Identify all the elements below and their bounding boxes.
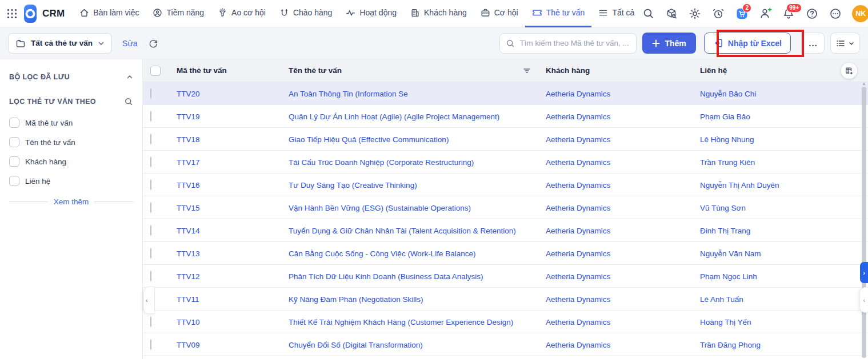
table-row[interactable]: TTV12Phân Tích Dữ Liệu Kinh Doanh (Busin… [143, 265, 868, 288]
row-code-link[interactable]: TTV17 [177, 158, 200, 167]
row-customer-link[interactable]: Aetheria Dynamics [546, 181, 610, 189]
row-code-link[interactable]: TTV13 [177, 249, 200, 258]
row-name-link[interactable]: Vận Hành Bền Vững (ESG) (Sustainable Ope… [289, 204, 471, 212]
row-customer-link[interactable]: Aetheria Dynamics [546, 204, 610, 212]
row-code-link[interactable]: TTV19 [177, 112, 200, 121]
tab-workspace[interactable]: Bàn làm việc [73, 0, 146, 27]
add-user-icon[interactable] [758, 7, 772, 21]
row-customer-link[interactable]: Aetheria Dynamics [546, 112, 610, 121]
refresh-icon[interactable] [148, 38, 158, 49]
row-contact-link[interactable]: Nguyễn Thị Anh Duyên [700, 181, 779, 189]
app-launcher-grid-icon[interactable] [7, 7, 17, 20]
toolbar-more-button[interactable]: ... [802, 33, 825, 54]
table-row[interactable]: TTV18Giao Tiếp Hiệu Quả (Effective Commu… [143, 128, 868, 151]
filter-checkbox-row[interactable]: Khách hàng [9, 152, 133, 171]
filter-checkbox-row[interactable]: Liên hệ [9, 171, 133, 191]
row-contact-link[interactable]: Trần Trung Kiên [700, 158, 755, 167]
tab-leads[interactable]: Tiềm năng [146, 0, 211, 27]
tab-sales-pitch[interactable]: Chào hàng [273, 0, 339, 27]
global-search-icon[interactable] [641, 7, 655, 21]
crm-logo[interactable] [24, 5, 37, 23]
row-name-link[interactable]: Quản Lý Dự Án Linh Hoạt (Agile) (Agile P… [289, 112, 499, 121]
row-checkbox[interactable] [150, 157, 151, 167]
row-customer-link[interactable]: Aetheria Dynamics [546, 318, 610, 326]
row-name-link[interactable]: Kỹ Năng Đàm Phán (Negotiation Skills) [289, 295, 423, 304]
row-checkbox[interactable] [150, 225, 151, 236]
row-contact-link[interactable]: Hoàng Thị Yến [700, 318, 751, 326]
row-contact-link[interactable]: Trần Đăng Phong [700, 341, 761, 349]
row-code-link[interactable]: TTV09 [177, 341, 200, 349]
row-name-link[interactable]: Chuyển Đổi Số (Digital Transformation) [289, 341, 423, 349]
tab-customers[interactable]: Khách hàng [403, 0, 474, 27]
add-button[interactable]: Thêm [642, 33, 695, 54]
saved-filters-section[interactable]: BỘ LỌC ĐÃ LƯU [0, 67, 142, 87]
table-row[interactable]: TTV14Tuyển Dụng & Giữ Chân Nhân Tài (Tal… [143, 219, 868, 242]
row-contact-link[interactable]: Vũ Tùng Sơn [700, 204, 746, 212]
row-code-link[interactable]: TTV15 [177, 204, 200, 212]
filter-checkbox[interactable] [9, 118, 19, 128]
row-code-link[interactable]: TTV10 [177, 318, 200, 326]
row-checkbox[interactable] [150, 180, 151, 190]
row-contact-link[interactable]: Nguyễn Văn Nam [700, 249, 761, 258]
tab-activities[interactable]: Hoạt động [339, 0, 403, 27]
row-name-link[interactable]: An Toàn Thông Tin (Information Se [289, 90, 408, 98]
select-all-checkbox[interactable] [150, 66, 161, 76]
row-checkbox[interactable] [150, 340, 151, 350]
filter-icon[interactable] [523, 67, 531, 75]
row-customer-link[interactable]: Aetheria Dynamics [546, 158, 610, 167]
row-customer-link[interactable]: Aetheria Dynamics [546, 249, 610, 258]
column-header-code[interactable]: Mã thẻ tư vấn [169, 66, 281, 75]
table-row[interactable]: TTV16Tư Duy Sáng Tạo (Creative Thinking)… [143, 174, 868, 196]
row-contact-link[interactable]: Phạm Ngọc Linh [700, 272, 757, 281]
more-options-icon[interactable] [829, 7, 842, 21]
row-name-link[interactable]: Giao Tiếp Hiệu Quả (Effective Communicat… [289, 135, 449, 144]
import-excel-button[interactable]: Nhập từ Excel [704, 33, 791, 54]
filter-checkbox[interactable] [9, 176, 19, 186]
notifications-bell-icon[interactable]: 99+ [782, 7, 795, 21]
column-header-customer[interactable]: Khách hàng [538, 66, 693, 75]
settings-gear-icon[interactable] [688, 7, 702, 21]
row-contact-link[interactable]: Đinh Thị Trang [700, 227, 750, 235]
view-mode-button[interactable] [830, 33, 860, 54]
row-code-link[interactable]: TTV18 [177, 135, 200, 144]
open-side-panel-button[interactable]: › [860, 262, 868, 283]
row-name-link[interactable]: Tư Duy Sáng Tạo (Creative Thinking) [289, 181, 417, 189]
filter-checkbox-row[interactable]: Tên thẻ tư vấn [9, 132, 133, 152]
table-row[interactable]: TTV10Thiết Kế Trải Nghiệm Khách Hàng (Cu… [143, 310, 868, 333]
row-contact-link[interactable]: Lê Hồng Nhung [700, 135, 754, 144]
show-more-link[interactable]: Xem thêm [54, 197, 89, 206]
table-search-box[interactable] [499, 33, 637, 54]
table-row[interactable]: TTV17Tái Cấu Trúc Doanh Nghiệp (Corporat… [143, 151, 868, 174]
search-input[interactable] [519, 39, 630, 47]
row-name-link[interactable]: Cân Bằng Cuộc Sống - Công Việc (Work-Lif… [289, 249, 475, 258]
add-column-button[interactable] [841, 63, 857, 79]
row-contact-link[interactable]: Lê Anh Tuấn [700, 295, 743, 304]
scrollbar-up-arrow[interactable]: ▲ [861, 81, 867, 87]
right-panel-collapse-handle[interactable]: ‹ [859, 287, 868, 313]
cart-icon[interactable]: 2 [735, 7, 749, 21]
view-selector-dropdown[interactable]: Tất cả thẻ tư vấn [8, 33, 112, 54]
row-code-link[interactable]: TTV11 [177, 295, 199, 304]
row-customer-link[interactable]: Aetheria Dynamics [546, 341, 610, 349]
table-row[interactable]: TTV13Cân Bằng Cuộc Sống - Công Việc (Wor… [143, 242, 868, 265]
filter-checkbox[interactable] [9, 156, 19, 167]
row-checkbox[interactable] [150, 111, 151, 122]
table-row[interactable]: TTV15Vận Hành Bền Vững (ESG) (Sustainabl… [143, 196, 868, 219]
search-icon[interactable] [124, 97, 133, 106]
row-checkbox[interactable] [150, 88, 151, 99]
row-checkbox[interactable] [150, 248, 151, 259]
row-contact-link[interactable]: Nguyễn Bảo Chi [700, 90, 756, 98]
row-code-link[interactable]: TTV20 [177, 90, 200, 98]
row-checkbox[interactable] [150, 317, 151, 327]
table-row[interactable]: TTV11Kỹ Năng Đàm Phán (Negotiation Skill… [143, 288, 868, 310]
alarm-clock-icon[interactable] [711, 7, 725, 21]
tab-opportunity-pool[interactable]: Ao cơ hội [211, 0, 273, 27]
table-row[interactable]: TTV09Chuyển Đổi Số (Digital Transformati… [143, 333, 868, 356]
row-customer-link[interactable]: Aetheria Dynamics [546, 90, 610, 98]
tab-all[interactable]: Tất cả [591, 0, 641, 27]
filter-checkbox[interactable] [9, 137, 19, 147]
row-code-link[interactable]: TTV14 [177, 227, 200, 235]
row-checkbox[interactable] [150, 271, 151, 281]
row-name-link[interactable]: Tuyển Dụng & Giữ Chân Nhân Tài (Talent A… [289, 227, 516, 235]
package-search-icon[interactable] [665, 7, 678, 21]
